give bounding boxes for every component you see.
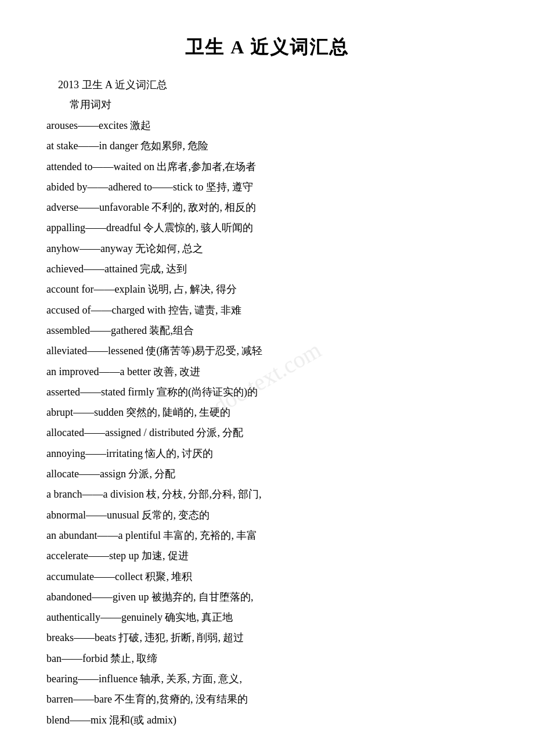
vocab-item: asserted——stated firmly 宣称的(尚待证实的)的: [46, 383, 488, 402]
vocab-item: abandoned——given up 被抛弃的, 自甘堕落的,: [46, 588, 488, 607]
section-header: 常用词对: [70, 98, 488, 111]
vocab-item: authentically——genuinely 确实地, 真正地: [46, 608, 488, 627]
vocab-item: abnormal——unusual 反常的, 变态的: [46, 506, 488, 525]
vocab-item: at stake——in danger 危如累卵, 危险: [46, 136, 488, 156]
vocab-item: accumulate——collect 积聚, 堆积: [46, 567, 488, 586]
vocab-item: ban——forbid 禁止, 取缔: [46, 649, 488, 668]
vocab-item: blend——mix 混和(或 admix): [46, 711, 488, 730]
vocab-item: abided by——adhered to——stick to 坚持, 遵守: [46, 178, 488, 197]
vocab-item: an abundant——a plentiful 丰富的, 充裕的, 丰富: [46, 526, 488, 545]
vocab-item: abrupt——sudden 突然的, 陡峭的, 生硬的: [46, 403, 488, 422]
vocab-list: arouses——excites 激起at stake——in danger 危…: [46, 116, 488, 730]
vocab-item: allocate——assign 分派, 分配: [46, 465, 488, 484]
vocab-item: barren——bare 不生育的,贫瘠的, 没有结果的: [46, 690, 488, 709]
vocab-item: assembled——gathered 装配,组合: [46, 321, 488, 340]
vocab-item: an improved——a better 改善, 改进: [46, 362, 488, 381]
vocab-item: breaks——beats 打破, 违犯, 折断, 削弱, 超过: [46, 628, 488, 647]
vocab-item: a branch——a division 枝, 分枝, 分部,分科, 部门,: [46, 485, 488, 504]
vocab-item: account for——explain 说明, 占, 解决, 得分: [46, 280, 488, 299]
vocab-item: alleviated——lessened 使(痛苦等)易于忍受, 减轻: [46, 341, 488, 361]
vocab-item: annoying——irritating 恼人的, 讨厌的: [46, 444, 488, 463]
vocab-item: adverse——unfavorable 不利的, 敌对的, 相反的: [46, 198, 488, 217]
vocab-item: bearing——influence 轴承, 关系, 方面, 意义,: [46, 669, 488, 689]
vocab-item: accused of——charged with 控告, 谴责, 非难: [46, 301, 488, 320]
vocab-item: accelerate——step up 加速, 促进: [46, 546, 488, 566]
vocab-item: appalling——dreadful 令人震惊的, 骇人听闻的: [46, 218, 488, 237]
vocab-item: achieved——attained 完成, 达到: [46, 260, 488, 279]
page-title: 卫生 A 近义词汇总: [46, 35, 488, 60]
vocab-item: allocated——assigned / distributed 分派, 分配: [46, 423, 488, 442]
vocab-item: arouses——excites 激起: [46, 116, 488, 135]
vocab-item: anyhow——anyway 无论如何, 总之: [46, 239, 488, 258]
subtitle: 2013 卫生 A 近义词汇总: [58, 78, 488, 92]
vocab-item: attended to——waited on 出席者,参加者,在场者: [46, 157, 488, 177]
